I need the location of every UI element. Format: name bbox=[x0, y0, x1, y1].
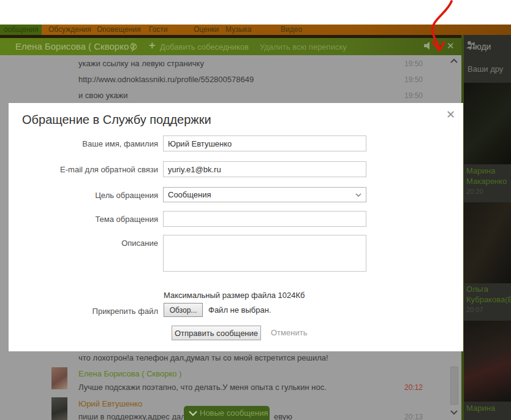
top-tab-bar: ообщения Обсуждения Оповещения Гости Оце… bbox=[0, 25, 511, 35]
message-author[interactable]: Юрий Евтушенко bbox=[78, 399, 142, 408]
tab-video[interactable]: Видео bbox=[277, 25, 306, 35]
chat-message: пиши в поддержку,адрес дал.у bbox=[78, 412, 192, 420]
support-request-dialog: Обращение в Службу поддержки ✕ Ваше имя,… bbox=[9, 103, 463, 351]
new-messages-button[interactable]: Новые сообщения bbox=[184, 406, 270, 420]
new-messages-label: Новые сообщения bbox=[200, 408, 268, 418]
friend-name[interactable]: Марина bbox=[466, 403, 511, 413]
attach-file-label: Прикрепить файл bbox=[9, 307, 158, 316]
chat-message: Лучше подскажи поэтапно, что делать.У ме… bbox=[78, 383, 327, 392]
chat-message: что лохотрон!а телефон дал,думал ты со м… bbox=[78, 353, 328, 362]
scroll-up-icon[interactable] bbox=[450, 58, 458, 64]
plus-icon: + bbox=[149, 39, 156, 52]
friend-name[interactable]: Ольга bbox=[466, 284, 511, 294]
dialog-title: Обращение в Службу поддержки bbox=[22, 113, 211, 127]
friend-name[interactable]: Макаренко bbox=[466, 177, 511, 186]
description-field-label: Описание bbox=[9, 239, 158, 248]
email-field-label: E-mail для обратной связи bbox=[9, 165, 158, 174]
conversation-title[interactable]: Елена Борисова ( Скворко ) bbox=[15, 41, 134, 52]
friend-photo[interactable] bbox=[464, 83, 511, 164]
chat-message: http://www.odnoklassniki.ru/profile/5528… bbox=[78, 75, 254, 84]
tab-messages[interactable]: ообщения bbox=[0, 25, 42, 35]
block-user-icon[interactable]: ⊘ bbox=[129, 40, 137, 52]
options-icon[interactable] bbox=[438, 45, 442, 49]
message-author[interactable]: Елена Борисова ( Скворко ) bbox=[78, 369, 181, 378]
chevron-down-icon bbox=[189, 411, 197, 416]
friend-time: 20:07 bbox=[466, 306, 483, 313]
message-time: 20:13 bbox=[392, 413, 423, 420]
chat-message: укажи ссылку на левую страничку bbox=[78, 59, 204, 68]
conversation-close-icon[interactable]: ✕ bbox=[447, 40, 455, 52]
avatar[interactable] bbox=[51, 397, 67, 420]
scrollbar-thumb[interactable] bbox=[450, 367, 458, 405]
add-participants-button[interactable]: Добавить собеседников bbox=[160, 42, 249, 52]
chat-message: евую bbox=[274, 412, 292, 420]
speaker-icon[interactable] bbox=[424, 42, 433, 50]
friend-time: 20:20 bbox=[466, 188, 483, 195]
no-file-selected-text: Файл не выбран. bbox=[208, 305, 271, 315]
description-field[interactable] bbox=[163, 235, 366, 272]
friend-name[interactable]: Кубракова(Б bbox=[466, 295, 511, 304]
name-field-label: Ваше имя, фамилия bbox=[9, 139, 158, 148]
friend-photo[interactable] bbox=[464, 321, 511, 402]
chat-message: и свою укажи bbox=[78, 91, 127, 100]
purpose-field-label: Цель обращения bbox=[9, 191, 158, 200]
delete-history-button[interactable]: Удалить всю переписку bbox=[260, 42, 347, 52]
conversation-header: Елена Борисова ( Скворко ) ⊘ + Добавить … bbox=[0, 38, 461, 55]
chevron-down-icon bbox=[355, 193, 361, 197]
submit-button[interactable]: Отправить сообщение bbox=[172, 326, 261, 340]
sidebar-subtitle: Ваши дру bbox=[467, 64, 511, 74]
message-time: 19:50 bbox=[392, 91, 423, 100]
sidebar-title: Люди bbox=[469, 42, 491, 52]
name-field[interactable] bbox=[163, 136, 366, 151]
browse-button[interactable]: Обзор... bbox=[164, 303, 203, 317]
max-file-size-note: Максимальный размер файла 1024Кб bbox=[164, 291, 305, 300]
friend-name[interactable]: Марина bbox=[466, 166, 511, 175]
cancel-link[interactable]: Отменить bbox=[271, 328, 307, 337]
subject-field-label: Тема обращения bbox=[9, 215, 158, 224]
dialog-close-icon[interactable]: ✕ bbox=[446, 108, 455, 121]
email-field[interactable] bbox=[163, 161, 366, 177]
subject-field[interactable] bbox=[163, 211, 366, 227]
tab-music[interactable]: Музыка bbox=[222, 25, 255, 35]
purpose-selected-value: Сообщения bbox=[168, 190, 211, 199]
message-time: 19:50 bbox=[392, 59, 423, 68]
avatar[interactable] bbox=[51, 367, 67, 389]
purpose-select[interactable]: Сообщения bbox=[163, 187, 366, 202]
tab-notifications[interactable]: Оповещения bbox=[93, 25, 145, 35]
message-time: 19:50 bbox=[392, 75, 423, 84]
tab-marks[interactable]: Оценки bbox=[190, 25, 222, 35]
tab-discussions[interactable]: Обсуждения bbox=[45, 25, 95, 35]
scroll-down-icon[interactable] bbox=[450, 410, 458, 415]
friend-photo[interactable] bbox=[464, 202, 511, 283]
message-time: 20:12 bbox=[392, 383, 423, 392]
tab-guests[interactable]: Гости bbox=[145, 25, 172, 35]
